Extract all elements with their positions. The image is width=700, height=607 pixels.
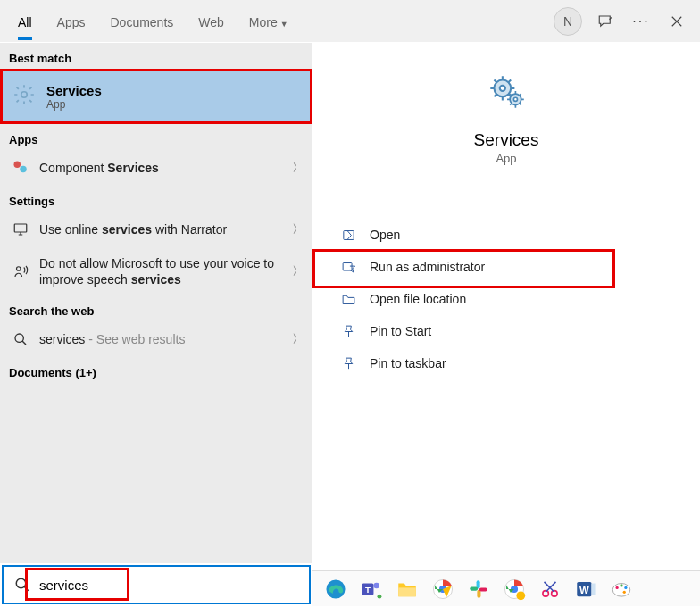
section-search-web: Search the web bbox=[0, 295, 312, 321]
chrome-icon[interactable] bbox=[429, 575, 457, 603]
feedback-icon[interactable] bbox=[593, 9, 618, 34]
svg-point-1 bbox=[14, 162, 21, 169]
teams-icon[interactable]: T bbox=[357, 575, 386, 603]
action-run-as-admin[interactable]: Run as administrator bbox=[312, 251, 700, 283]
result-label: Component Services bbox=[39, 161, 292, 175]
folder-icon bbox=[338, 292, 359, 307]
svg-point-16 bbox=[373, 582, 379, 588]
result-web-services[interactable]: services - See web results 〉 bbox=[0, 321, 312, 357]
word-icon[interactable]: W bbox=[571, 575, 600, 603]
search-bar[interactable] bbox=[2, 565, 311, 604]
tab-web[interactable]: Web bbox=[198, 4, 224, 38]
best-match-title: Services bbox=[46, 83, 102, 98]
snip-icon[interactable] bbox=[536, 575, 564, 603]
svg-point-9 bbox=[513, 97, 517, 101]
component-services-icon bbox=[11, 160, 30, 176]
open-icon bbox=[338, 228, 359, 243]
tab-documents[interactable]: Documents bbox=[110, 4, 173, 38]
section-settings: Settings bbox=[0, 186, 312, 212]
chevron-right-icon: 〉 bbox=[292, 221, 304, 237]
svg-point-27 bbox=[516, 591, 525, 600]
result-component-services[interactable]: Component Services 〉 bbox=[0, 150, 312, 186]
search-icon bbox=[14, 577, 30, 593]
svg-rect-11 bbox=[343, 262, 352, 270]
svg-rect-32 bbox=[592, 583, 596, 595]
filter-tabs: All Apps Documents Web More▼ N ··· bbox=[0, 0, 700, 43]
svg-point-2 bbox=[20, 166, 27, 173]
chevron-right-icon: 〉 bbox=[292, 160, 304, 176]
best-match-services[interactable]: Services App bbox=[0, 69, 312, 124]
svg-text:T: T bbox=[365, 585, 371, 595]
action-open[interactable]: Open bbox=[312, 219, 700, 251]
preview-sub: App bbox=[496, 152, 516, 165]
svg-rect-24 bbox=[479, 587, 488, 591]
action-pin-to-taskbar[interactable]: Pin to taskbar bbox=[312, 347, 700, 379]
services-icon bbox=[484, 70, 529, 114]
result-speech-services[interactable]: Do not allow Microsoft to use your voice… bbox=[0, 247, 312, 295]
svg-rect-22 bbox=[470, 586, 478, 590]
pin-icon bbox=[338, 356, 359, 371]
more-options-icon[interactable]: ··· bbox=[629, 9, 654, 34]
tab-more[interactable]: More▼ bbox=[249, 4, 288, 38]
preview-pane: Services App Open Run as administrator O… bbox=[312, 43, 700, 563]
edge-icon[interactable] bbox=[321, 575, 350, 603]
search-icon bbox=[11, 332, 30, 346]
preview-title: Services bbox=[474, 130, 539, 150]
pin-icon bbox=[338, 324, 359, 339]
best-match-sub: App bbox=[46, 98, 102, 111]
svg-rect-3 bbox=[14, 224, 27, 232]
gear-icon bbox=[12, 83, 38, 110]
svg-point-4 bbox=[17, 267, 21, 271]
voice-icon bbox=[11, 263, 30, 279]
action-open-file-location[interactable]: Open file location bbox=[312, 283, 700, 315]
result-label: Use online services with Narrator bbox=[39, 222, 292, 237]
section-best-match: Best match bbox=[0, 43, 312, 69]
svg-point-7 bbox=[500, 86, 505, 91]
file-explorer-icon[interactable] bbox=[393, 575, 421, 603]
paint-icon[interactable] bbox=[607, 575, 636, 603]
section-documents: Documents (1+) bbox=[0, 357, 312, 383]
monitor-icon bbox=[11, 221, 30, 237]
svg-point-34 bbox=[616, 586, 619, 588]
svg-rect-18 bbox=[398, 587, 416, 596]
user-avatar[interactable]: N bbox=[554, 7, 582, 36]
admin-shield-icon bbox=[338, 260, 359, 275]
svg-point-12 bbox=[16, 578, 26, 588]
svg-point-5 bbox=[15, 334, 23, 342]
svg-text:W: W bbox=[579, 584, 589, 595]
tab-apps[interactable]: Apps bbox=[57, 4, 86, 38]
chevron-right-icon: 〉 bbox=[292, 331, 304, 347]
search-input[interactable] bbox=[39, 578, 309, 593]
results-pane: Best match Services App Apps Component S… bbox=[0, 43, 312, 563]
svg-point-35 bbox=[620, 584, 622, 586]
svg-point-0 bbox=[21, 92, 28, 98]
chevron-right-icon: 〉 bbox=[292, 263, 304, 279]
slack-icon[interactable] bbox=[464, 575, 493, 603]
action-list: Open Run as administrator Open file loca… bbox=[312, 219, 700, 379]
result-narrator-services[interactable]: Use online services with Narrator 〉 bbox=[0, 212, 312, 247]
chrome-canary-icon[interactable] bbox=[500, 575, 529, 603]
result-label: services - See web results bbox=[39, 332, 292, 346]
svg-point-37 bbox=[623, 590, 626, 593]
taskbar: T W bbox=[312, 570, 700, 606]
result-label: Do not allow Microsoft to use your voice… bbox=[39, 255, 292, 287]
svg-point-36 bbox=[624, 586, 627, 588]
action-pin-to-start[interactable]: Pin to Start bbox=[312, 315, 700, 347]
svg-point-17 bbox=[378, 594, 382, 598]
close-icon[interactable] bbox=[664, 9, 689, 34]
tab-all[interactable]: All bbox=[18, 4, 32, 38]
section-apps: Apps bbox=[0, 124, 312, 150]
